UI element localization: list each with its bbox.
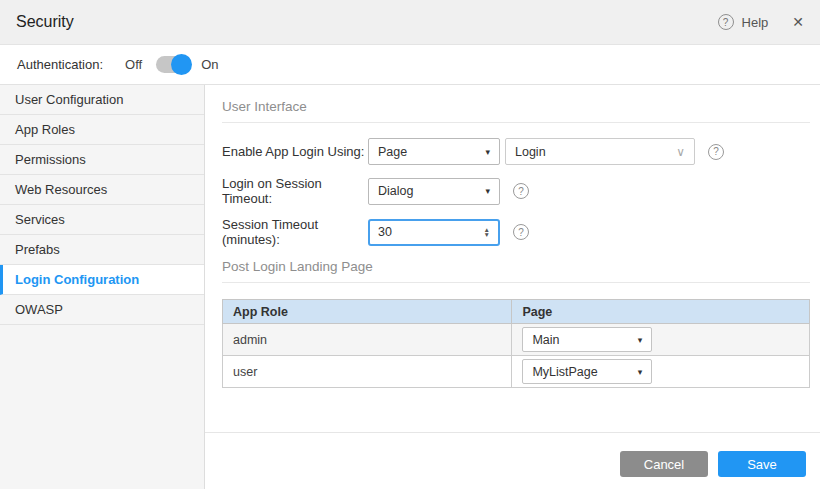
sidebar-item-user-configuration[interactable]: User Configuration bbox=[0, 85, 204, 115]
user-page-value: MyListPage bbox=[532, 365, 597, 379]
table-row: user MyListPage ▾ bbox=[223, 356, 810, 388]
toggle-off-label: Off bbox=[125, 57, 142, 72]
column-header-app-role: App Role bbox=[223, 300, 512, 324]
sidebar-item-owasp[interactable]: OWASP bbox=[0, 295, 204, 325]
authentication-toggle[interactable] bbox=[156, 56, 189, 73]
timeout-login-select[interactable]: Dialog ▾ bbox=[368, 178, 500, 205]
sidebar-item-services[interactable]: Services bbox=[0, 205, 204, 235]
footer-actions: Cancel Save bbox=[205, 432, 820, 489]
session-timeout-help-icon[interactable]: ? bbox=[513, 224, 529, 240]
timeout-login-value: Dialog bbox=[378, 184, 413, 198]
session-timeout-login-row: Login on Session Timeout: Dialog ▾ ? bbox=[222, 176, 810, 206]
login-page-select[interactable]: Login ∨ bbox=[505, 138, 695, 165]
page-title: Security bbox=[16, 13, 718, 31]
dropdown-arrow-icon: ▾ bbox=[485, 186, 490, 196]
sidebar: User Configuration App Roles Permissions… bbox=[0, 85, 205, 489]
header-actions: ? Help ✕ bbox=[718, 14, 804, 30]
section-title-user-interface: User Interface bbox=[222, 85, 810, 123]
enable-app-login-row: Enable App Login Using: Page ▾ Login ∨ ? bbox=[222, 138, 810, 165]
help-icon[interactable]: ? bbox=[718, 14, 734, 30]
login-page-value: Login bbox=[515, 145, 546, 159]
sidebar-item-permissions[interactable]: Permissions bbox=[0, 145, 204, 175]
post-login-table: App Role Page admin Main ▾ user bbox=[222, 299, 810, 388]
authentication-bar: Authentication: Off On bbox=[0, 45, 820, 85]
sidebar-item-app-roles[interactable]: App Roles bbox=[0, 115, 204, 145]
user-page-select[interactable]: MyListPage ▾ bbox=[522, 359, 652, 384]
admin-page-select[interactable]: Main ▾ bbox=[522, 327, 652, 352]
session-timeout-input[interactable]: 30 ▲ ▼ bbox=[368, 219, 500, 246]
chevron-down-icon: ∨ bbox=[676, 145, 685, 159]
dropdown-arrow-icon: ▾ bbox=[638, 335, 643, 345]
authentication-label: Authentication: bbox=[17, 57, 103, 72]
login-type-select[interactable]: Page ▾ bbox=[368, 138, 500, 165]
sidebar-item-login-configuration[interactable]: Login Configuration bbox=[0, 265, 204, 295]
close-icon[interactable]: ✕ bbox=[792, 14, 804, 30]
sidebar-item-prefabs[interactable]: Prefabs bbox=[0, 235, 204, 265]
column-header-page: Page bbox=[512, 300, 810, 324]
session-timeout-row: Session Timeout (minutes): 30 ▲ ▼ ? bbox=[222, 217, 810, 247]
session-timeout-label: Session Timeout (minutes): bbox=[222, 217, 368, 247]
cancel-button[interactable]: Cancel bbox=[620, 451, 708, 477]
login-type-value: Page bbox=[378, 145, 407, 159]
timeout-login-help-icon[interactable]: ? bbox=[513, 183, 529, 199]
content-area: User Configuration App Roles Permissions… bbox=[0, 85, 820, 489]
table-header-row: App Role Page bbox=[223, 300, 810, 324]
save-button[interactable]: Save bbox=[718, 451, 806, 477]
dialog-header: Security ? Help ✕ bbox=[0, 0, 820, 45]
role-cell-admin: admin bbox=[223, 324, 512, 356]
session-timeout-value: 30 bbox=[378, 225, 392, 239]
role-cell-user: user bbox=[223, 356, 512, 388]
dropdown-arrow-icon: ▾ bbox=[485, 147, 490, 157]
main-panel: User Interface Enable App Login Using: P… bbox=[205, 85, 820, 489]
enable-login-help-icon[interactable]: ? bbox=[708, 144, 724, 160]
session-timeout-login-label: Login on Session Timeout: bbox=[222, 176, 368, 206]
admin-page-value: Main bbox=[532, 333, 559, 347]
toggle-on-label: On bbox=[201, 57, 218, 72]
sidebar-item-web-resources[interactable]: Web Resources bbox=[0, 175, 204, 205]
enable-app-login-label: Enable App Login Using: bbox=[222, 144, 368, 159]
dropdown-arrow-icon: ▾ bbox=[638, 367, 643, 377]
spinner-down-icon[interactable]: ▼ bbox=[484, 232, 490, 237]
help-link[interactable]: Help bbox=[742, 15, 769, 30]
table-row: admin Main ▾ bbox=[223, 324, 810, 356]
number-spinner[interactable]: ▲ ▼ bbox=[484, 227, 490, 237]
section-title-post-login: Post Login Landing Page bbox=[222, 247, 810, 283]
toggle-knob-icon bbox=[171, 54, 192, 75]
